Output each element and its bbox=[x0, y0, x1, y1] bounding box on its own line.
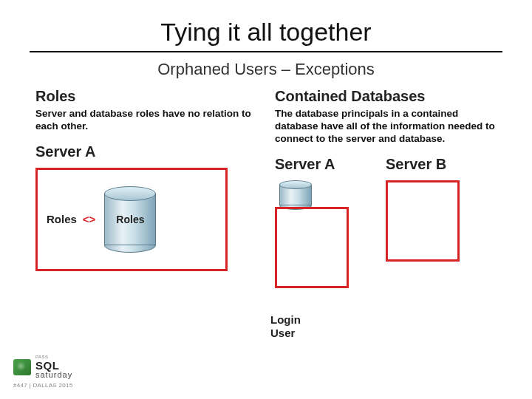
login-text: Login bbox=[270, 313, 497, 327]
server-a-group: Server A bbox=[275, 156, 349, 288]
slide-subtitle: Orphaned Users – Exceptions bbox=[30, 60, 502, 79]
right-description: The database principals in a contained d… bbox=[275, 108, 497, 146]
logo-text: PASS SQL saturday bbox=[35, 355, 72, 379]
logo-mark-icon bbox=[13, 359, 31, 375]
slide-title: Tying it all together bbox=[30, 18, 502, 51]
server-a-box bbox=[275, 207, 349, 288]
not-equal-operator: <> bbox=[83, 213, 96, 225]
footer: PASS SQL saturday #447 | DALLAS 2015 bbox=[13, 355, 72, 389]
server-a-label: Server A bbox=[275, 156, 349, 173]
right-column: Contained Databases The database princip… bbox=[275, 88, 497, 340]
left-server-box: Roles <> Roles bbox=[35, 168, 228, 271]
right-heading: Contained Databases bbox=[275, 88, 497, 105]
logo-saturday: saturday bbox=[35, 370, 72, 379]
right-servers-row: Server A Server B bbox=[275, 156, 497, 288]
roles-not-equal-group: Roles <> bbox=[47, 213, 95, 225]
slide: Tying it all together Orphaned Users – E… bbox=[0, 0, 532, 340]
roles-label: Roles bbox=[47, 213, 77, 225]
contained-db-cylinder-icon bbox=[279, 180, 312, 210]
server-b-group: Server B bbox=[386, 156, 460, 262]
server-b-box bbox=[386, 180, 460, 262]
title-divider bbox=[30, 51, 502, 52]
database-cylinder-icon: Roles bbox=[104, 186, 156, 253]
event-tag: #447 | DALLAS 2015 bbox=[13, 382, 72, 389]
db-roles-label: Roles bbox=[116, 214, 144, 225]
left-column: Roles Server and database roles have no … bbox=[35, 88, 257, 340]
slide-body: Roles Server and database roles have no … bbox=[30, 88, 502, 340]
user-text: User bbox=[270, 327, 497, 340]
left-description: Server and database roles have no relati… bbox=[35, 108, 257, 133]
sql-saturday-logo: PASS SQL saturday bbox=[13, 355, 72, 379]
left-server-label: Server A bbox=[35, 143, 257, 160]
server-b-label: Server B bbox=[386, 156, 460, 173]
left-heading: Roles bbox=[35, 88, 257, 105]
login-user-label: Login User bbox=[270, 313, 497, 340]
